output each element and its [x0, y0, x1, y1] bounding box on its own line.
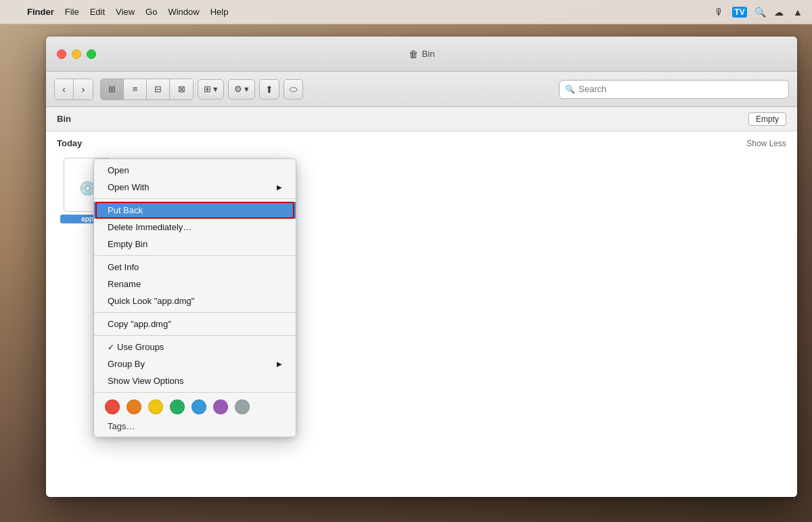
wifi-icon[interactable]: ▲ [792, 6, 804, 18]
view-menu[interactable]: View [110, 0, 140, 24]
window-menu[interactable]: Window [162, 0, 204, 24]
forward-icon: › [82, 83, 85, 95]
icon-view-button[interactable]: ⊞ [101, 79, 124, 100]
title-bar: 🗑 Bin [46, 37, 797, 72]
color-dot-orange[interactable] [127, 399, 141, 414]
ctx-quick-look-label: Quick Look "app.dmg" [108, 296, 194, 306]
ctx-delete-label: Delete Immediately… [108, 222, 191, 232]
ctx-separator-2 [94, 255, 296, 256]
menubar: Finder File Edit View Go Window Help 🎙 T… [0, 0, 812, 24]
ctx-open-with[interactable]: Open With ▶ [94, 179, 296, 196]
section-header: Today Show Less [46, 131, 797, 152]
ctx-put-back-label: Put Back [108, 205, 143, 215]
search-bar[interactable]: 🔍 [559, 80, 789, 99]
search-icon: 🔍 [565, 85, 575, 94]
ctx-separator-5 [94, 392, 296, 393]
ctx-open[interactable]: Open [94, 162, 296, 179]
ctx-tags[interactable]: Tags… [94, 418, 296, 434]
arrange-button[interactable]: ⊞ ▾ [198, 79, 224, 100]
teamviewer-icon[interactable]: TV [732, 7, 747, 18]
forward-button[interactable]: › [74, 79, 93, 100]
open-with-chevron-icon: ▶ [277, 183, 282, 191]
minimize-button[interactable] [72, 49, 81, 59]
column-view-button[interactable]: ⊟ [147, 79, 170, 100]
ctx-group-by[interactable]: Group By ▶ [94, 355, 296, 372]
file-menu[interactable]: File [60, 0, 85, 24]
gear-icon: ⚙ [234, 84, 242, 94]
color-dot-blue[interactable] [191, 399, 206, 414]
tag-button[interactable]: ⬭ [284, 79, 303, 100]
ctx-group-by-label: Group By [108, 359, 145, 369]
finder-window: 🗑 Bin ‹ › ⊞ ≡ ⊟ ⊠ [46, 37, 797, 497]
columns-icon: ⊟ [154, 84, 162, 94]
arrange-chevron-icon: ▾ [213, 84, 218, 94]
finder-menu[interactable]: Finder [22, 0, 60, 24]
cloud-upload-icon[interactable]: ☁ [773, 6, 785, 18]
ctx-empty-bin[interactable]: Empty Bin [94, 236, 296, 253]
magnify-icon[interactable]: 🔍 [754, 6, 766, 18]
apple-menu[interactable] [8, 0, 19, 24]
ctx-copy-label: Copy "app.dmg" [108, 319, 171, 329]
ctx-use-groups-left: ✓ Use Groups [108, 342, 164, 352]
menubar-icons: 🎙 TV 🔍 ☁ ▲ [713, 6, 804, 18]
share-icon: ⬆ [265, 84, 273, 95]
back-button[interactable]: ‹ [55, 79, 74, 100]
ctx-open-with-label: Open With [108, 182, 149, 192]
grid-icon: ⊞ [108, 84, 116, 94]
toolbar: ‹ › ⊞ ≡ ⊟ ⊠ ⊞ ▾ ⚙ ▾ [46, 72, 797, 107]
ctx-get-info-label: Get Info [108, 262, 139, 272]
ctx-empty-bin-left: Empty Bin [108, 239, 148, 249]
back-icon: ‹ [62, 83, 66, 95]
ctx-quick-look[interactable]: Quick Look "app.dmg" [94, 292, 296, 309]
color-dot-purple[interactable] [213, 399, 228, 414]
color-dot-gray[interactable] [235, 399, 250, 414]
color-dot-yellow[interactable] [148, 399, 163, 414]
ctx-separator-1 [94, 198, 296, 199]
path-label: Bin [57, 114, 71, 124]
content-area: Today Show Less 💿 app Open [46, 131, 797, 497]
ctx-show-view-options[interactable]: Show View Options [94, 372, 296, 389]
color-dots-row [94, 395, 296, 418]
ctx-use-groups-label: Use Groups [117, 342, 164, 352]
nav-buttons: ‹ › [54, 79, 93, 100]
ctx-rename[interactable]: Rename [94, 276, 296, 292]
ctx-delete-immediately[interactable]: Delete Immediately… [94, 219, 296, 236]
arrange-icon: ⊞ [204, 84, 211, 94]
empty-button[interactable]: Empty [748, 112, 786, 126]
ctx-show-view-options-label: Show View Options [108, 376, 184, 386]
share-button[interactable]: ⬆ [259, 79, 279, 100]
ctx-copy[interactable]: Copy "app.dmg" [94, 316, 296, 332]
edit-menu[interactable]: Edit [85, 0, 110, 24]
ctx-open-with-left: Open With [108, 182, 149, 192]
window-title-area: 🗑 Bin [409, 49, 435, 60]
group-by-chevron-icon: ▶ [277, 360, 282, 368]
bin-icon: 🗑 [409, 49, 418, 60]
color-dot-green[interactable] [170, 399, 185, 414]
action-button[interactable]: ⚙ ▾ [228, 79, 255, 100]
ctx-put-back[interactable]: Put Back [94, 202, 296, 219]
coverflow-icon: ⊠ [178, 84, 185, 94]
close-button[interactable] [57, 49, 66, 59]
tag-icon: ⬭ [290, 84, 297, 95]
ctx-empty-bin-label: Empty Bin [108, 239, 148, 249]
ctx-get-info[interactable]: Get Info [94, 259, 296, 276]
section-title: Today [57, 138, 82, 148]
ctx-open-label: Open [108, 165, 129, 175]
action-chevron-icon: ▾ [244, 84, 249, 94]
ctx-put-back-left: Put Back [108, 205, 143, 215]
list-view-button[interactable]: ≡ [124, 79, 147, 100]
go-menu[interactable]: Go [140, 0, 162, 24]
mic-mute-icon[interactable]: 🎙 [713, 6, 725, 18]
ctx-group-by-left: Group By [108, 359, 145, 369]
traffic-lights [57, 49, 96, 59]
checkmark-icon: ✓ [108, 343, 114, 352]
list-icon: ≡ [133, 84, 138, 94]
help-menu[interactable]: Help [205, 0, 234, 24]
maximize-button[interactable] [87, 49, 96, 59]
window-title: Bin [422, 49, 435, 59]
search-input[interactable] [579, 84, 783, 94]
show-less-button[interactable]: Show Less [746, 139, 786, 148]
cover-flow-button[interactable]: ⊠ [170, 79, 193, 100]
color-dot-red[interactable] [105, 399, 120, 414]
ctx-use-groups[interactable]: ✓ Use Groups [94, 339, 296, 355]
